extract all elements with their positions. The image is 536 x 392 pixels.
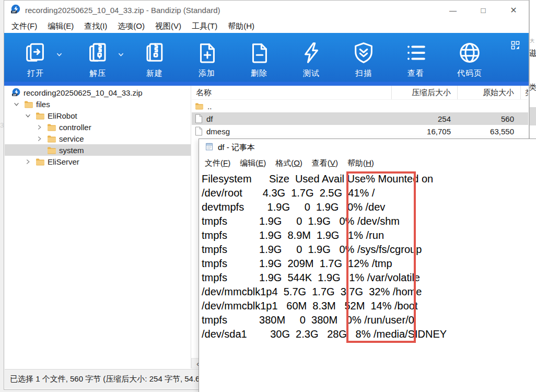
file-row-dmesg[interactable]: dmesg16,70563,550	[192, 125, 528, 137]
notepad-menu-item-o[interactable]: 格式(O)	[271, 157, 307, 169]
tree-item-controller[interactable]: controller	[5, 121, 191, 133]
toolbar-button-label: 查看	[407, 68, 424, 78]
tree-item-system[interactable]: system	[5, 144, 191, 156]
tree-item-label: service	[59, 134, 84, 143]
new-archive-icon	[143, 38, 167, 67]
toolbar-button-label: 打开	[27, 68, 44, 78]
toolbar-button-label: 测试	[303, 68, 320, 78]
background-text-fragment: 大	[530, 38, 534, 44]
background-text-fragment: 磁	[529, 48, 536, 59]
bandizip-menu-item-0[interactable]: 文件(F)	[6, 20, 42, 32]
file-compressed-size: 16,705	[391, 127, 457, 136]
column-header-0[interactable]: 名称	[192, 86, 391, 99]
folder-icon	[47, 146, 56, 154]
zip-archive-icon: ZIP	[11, 88, 21, 97]
open-archive-icon	[24, 38, 48, 67]
bandizip-menubar: 文件(F)编辑(E)查找(I)选项(O)视图(V)工具(T)帮助(H)	[4, 20, 529, 33]
bandizip-menu-item-2[interactable]: 查找(I)	[79, 20, 112, 32]
chevron-right-icon[interactable]	[34, 124, 44, 131]
file-original-size: 560	[457, 114, 520, 123]
file-icon	[195, 126, 203, 136]
bandizip-menu-item-1[interactable]: 编辑(E)	[42, 20, 79, 32]
tree-item-label: system	[59, 146, 84, 155]
file-name: ..	[207, 102, 212, 111]
test-icon	[299, 38, 323, 67]
chevron-down-icon[interactable]	[22, 112, 33, 119]
file-name: df	[206, 114, 213, 123]
background-text-fragment: 类	[529, 83, 536, 93]
toolbar-button-add-file[interactable]: 添加	[181, 38, 233, 82]
file-list-panel: 名称压缩后大小原始大小类型 ..df254560dmesg16,70563,55…	[192, 86, 528, 137]
screen: 3 大 磁 类 ZIP recording20250625_10_04_33.z…	[0, 0, 536, 392]
column-header-2[interactable]: 原始大小	[457, 86, 520, 99]
notepad-menu-item-e[interactable]: 编辑(E)	[235, 157, 271, 169]
tree-item-eliserver[interactable]: EliServer	[5, 156, 191, 167]
folder-icon	[47, 135, 56, 143]
file-list-rows: ..df254560dmesg16,70563,550	[192, 100, 528, 137]
file-original-size: 63,550	[457, 127, 520, 136]
tree-item-service[interactable]: service	[5, 133, 191, 144]
notepad-menu-item-h[interactable]: 帮助(H)	[343, 157, 379, 169]
toolbar-button-label: 新建	[146, 68, 163, 78]
archive-tree-panel: ZIPrecording20250625_10_04_33.zipfilesEl…	[5, 87, 191, 167]
toolbar-button-codepage[interactable]: 代码页	[442, 38, 497, 82]
chevron-down-icon[interactable]	[56, 51, 63, 60]
folder-icon	[36, 158, 45, 166]
file-row-df[interactable]: df254560	[192, 112, 528, 125]
tree-item-elirobot[interactable]: EliRobot	[5, 110, 191, 121]
file-icon	[195, 114, 203, 123]
status-text: 已选择 1 个文件, 560 字节 (压缩后大小: 254 字节, 54.6	[10, 374, 200, 384]
bandizip-menu-item-6[interactable]: 帮助(H)	[223, 20, 260, 32]
tree-item-label: recording20250625_10_04_33.zip	[24, 88, 143, 97]
chevron-down-icon[interactable]	[118, 51, 124, 60]
column-header-3[interactable]: 类型	[520, 86, 528, 99]
close-button[interactable]: ✕	[498, 1, 529, 20]
add-file-icon	[195, 38, 219, 67]
scan-icon	[352, 38, 376, 67]
file-name: dmesg	[206, 127, 230, 136]
file-row--[interactable]: ..	[192, 100, 528, 112]
bandizip-menu-item-4[interactable]: 视图(V)	[150, 20, 187, 32]
tree-item-label: controller	[59, 123, 91, 132]
folder-icon	[47, 123, 56, 131]
background-selected-row-fragment	[530, 107, 536, 125]
notepad-menu-item-v[interactable]: 查看(V)	[307, 157, 343, 169]
svg-text:ZIP: ZIP	[12, 10, 16, 13]
toolbar-button-view[interactable]: 查看	[390, 38, 442, 82]
tree-item-label: files	[36, 100, 50, 109]
toolbar-button-extract[interactable]: 解压	[67, 38, 129, 82]
bandizip-app-icon: ZIP	[10, 4, 21, 17]
tree-item-label: EliServer	[48, 157, 79, 166]
tree-item-files[interactable]: files	[5, 98, 191, 110]
bandizip-toolbar: 打开解压新建添加删除测试扫描查看代码页	[4, 33, 529, 86]
toolbar-button-new-archive[interactable]: 新建	[129, 38, 181, 82]
background-window-left-fragment: 3	[0, 121, 4, 129]
toolbar-button-label: 解压	[89, 68, 106, 78]
toolbar-button-label: 添加	[199, 68, 215, 78]
toolbar-button-label: 代码页	[457, 68, 482, 78]
notepad-icon	[205, 142, 214, 153]
codepage-icon	[458, 38, 482, 67]
toolbar-button-scan[interactable]: 扫描	[337, 38, 390, 82]
bandizip-menu-item-5[interactable]: 工具(T)	[187, 20, 223, 32]
red-annotation-rectangle	[346, 171, 416, 343]
toolbar-button-delete-file[interactable]: 删除	[233, 38, 285, 82]
toolbar-button-test[interactable]: 测试	[285, 38, 337, 82]
delete-file-icon	[247, 38, 271, 67]
panel-splitter[interactable]	[191, 86, 191, 368]
bandizip-menu-item-3[interactable]: 选项(O)	[112, 20, 150, 32]
tree-item-recording20250625-10-04-33-zip[interactable]: ZIPrecording20250625_10_04_33.zip	[5, 87, 191, 98]
view-icon	[404, 38, 428, 67]
layout-grid-icon[interactable]	[510, 40, 520, 52]
notepad-titlebar: df - 记事本	[199, 139, 536, 156]
column-header-1[interactable]: 压缩后大小	[391, 86, 457, 99]
chevron-down-icon[interactable]	[11, 101, 21, 108]
minimize-button[interactable]: —	[438, 1, 468, 20]
notepad-menu-item-f[interactable]: 文件(F)	[200, 157, 235, 169]
chevron-right-icon[interactable]	[22, 158, 33, 165]
folder-icon	[24, 100, 33, 108]
toolbar-button-label: 扫描	[355, 68, 372, 78]
chevron-right-icon[interactable]	[34, 135, 44, 142]
toolbar-button-open-archive[interactable]: 打开	[4, 38, 67, 82]
maximize-button[interactable]: □	[468, 1, 498, 20]
